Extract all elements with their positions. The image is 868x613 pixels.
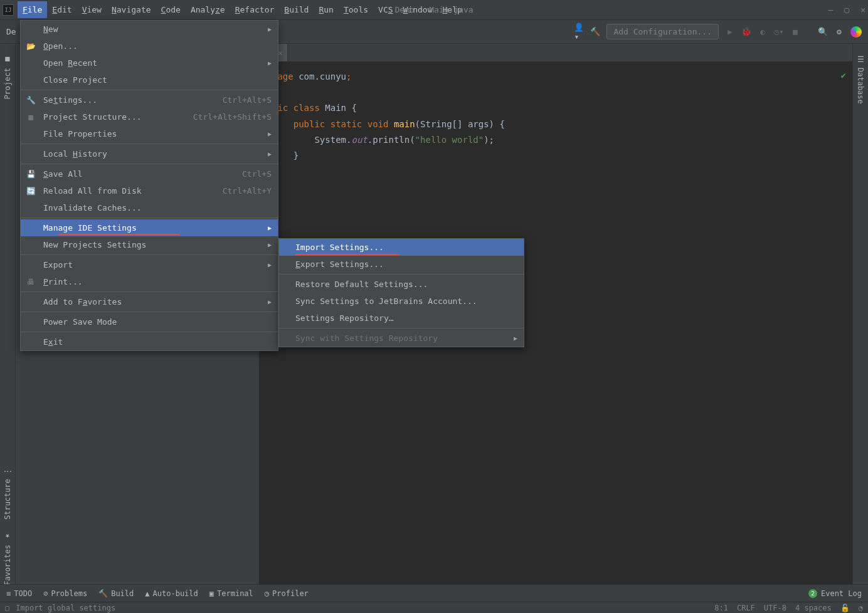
menubar: IJ FileEditViewNavigateCodeAnalyzeRefact… — [0, 0, 868, 20]
favorites-tab[interactable]: Favorites ★ — [1, 526, 14, 592]
editor-tabs: ava ✕ — [260, 44, 852, 61]
menu-code[interactable]: Code — [156, 1, 186, 18]
structure-icon: ⋮ — [3, 468, 12, 475]
cursor-position[interactable]: 8:1 — [714, 604, 728, 612]
encoding[interactable]: UTF-8 — [764, 604, 786, 612]
chevron-right-icon: ▶ — [268, 298, 272, 305]
coverage-icon[interactable]: ◐ — [758, 27, 768, 37]
menu-item-settings-[interactable]: 🔧Settings...Ctrl+Alt+S — [21, 92, 278, 108]
menu-item-save-all[interactable]: 💾Save AllCtrl+S — [21, 165, 278, 182]
wrench-icon: 🔧 — [26, 95, 36, 105]
menu-item-add-to-favorites[interactable]: Add to Favorites▶ — [21, 293, 278, 310]
database-icon: ☰ — [856, 55, 865, 64]
menu-item-new[interactable]: New▶ — [21, 21, 278, 38]
file-menu-dropdown: New▶📂Open...Open Recent▶Close Project🔧Se… — [20, 20, 278, 351]
structure-tab[interactable]: Structure ⋮ — [1, 461, 14, 526]
menu-item-open-[interactable]: 📂Open... — [21, 38, 278, 55]
breadcrumb: De — [6, 27, 16, 36]
menu-item-project-structure-[interactable]: ▦Project Structure...Ctrl+Alt+Shift+S — [21, 108, 278, 125]
structure-icon: ▦ — [26, 112, 36, 122]
settings-icon[interactable]: ⚙ — [834, 27, 844, 37]
reload-icon: 🔄 — [26, 186, 36, 196]
memory-icon[interactable]: ◔ — [859, 604, 863, 612]
menu-item-power-save-mode[interactable]: Power Save Mode — [21, 313, 278, 330]
menu-item-exit[interactable]: Exit — [21, 333, 278, 350]
close-tab-icon[interactable]: ✕ — [278, 49, 282, 57]
indent[interactable]: 4 spaces — [795, 604, 832, 612]
maximize-icon[interactable]: ▢ — [844, 5, 849, 14]
submenu-item-settings-repository-[interactable]: Settings Repository… — [279, 310, 524, 327]
folder-icon: ■ — [3, 55, 12, 64]
menu-tools[interactable]: Tools — [339, 1, 373, 18]
app-icon: IJ — [3, 4, 14, 16]
menu-analyze[interactable]: Analyze — [186, 1, 230, 18]
menu-navigate[interactable]: Navigate — [107, 1, 156, 18]
database-tab[interactable]: ☰ Database — [854, 49, 867, 110]
chevron-right-icon: ▶ — [268, 150, 272, 157]
menu-item-export[interactable]: Export▶ — [21, 256, 278, 273]
bottom-tab-problems[interactable]: ⊘Problems — [43, 589, 87, 598]
problems-icon: ⊘ — [43, 589, 48, 598]
bottom-tool-bar: ≡TODO⊘Problems🔨Build▲Auto-build▣Terminal… — [0, 584, 868, 602]
star-icon: ★ — [3, 532, 12, 541]
window-controls: — ▢ ✕ — [828, 5, 865, 14]
auto-build-icon: ▲ — [145, 589, 149, 598]
event-log-button[interactable]: Event Log — [821, 589, 862, 598]
chevron-right-icon: ▶ — [268, 261, 272, 268]
window-title: Demo - Main.java — [394, 5, 473, 14]
project-tab[interactable]: Project ■ — [1, 49, 14, 106]
menu-item-local-history[interactable]: Local History▶ — [21, 145, 278, 162]
menu-item-file-properties[interactable]: File Properties▶ — [21, 125, 278, 142]
menu-view[interactable]: View — [77, 1, 107, 18]
menu-item-new-projects-settings[interactable]: New Projects Settings▶ — [21, 236, 278, 253]
submenu-item-restore-default-settings-[interactable]: Restore Default Settings... — [279, 276, 524, 293]
submenu-item-sync-with-settings-repository: Sync with Settings Repository▶ — [279, 330, 524, 347]
chevron-right-icon: ▶ — [268, 60, 272, 66]
stop-icon[interactable]: ■ — [790, 27, 800, 37]
debug-icon[interactable]: 🐞 — [741, 27, 751, 37]
bottom-tab-auto-build[interactable]: ▲Auto-build — [145, 589, 198, 598]
menu-item-invalidate-caches-[interactable]: Invalidate Caches... — [21, 199, 278, 216]
menu-item-open-recent[interactable]: Open Recent▶ — [21, 55, 278, 71]
manage-ide-settings-submenu: Import Settings...Export Settings...Rest… — [278, 238, 524, 347]
window-icon[interactable]: ▢ — [5, 604, 9, 612]
jetbrains-logo-icon[interactable] — [850, 26, 862, 38]
todo-icon: ≡ — [6, 589, 11, 598]
menu-item-reload-all-from-disk[interactable]: 🔄Reload All from DiskCtrl+Alt+Y — [21, 182, 278, 199]
status-message: Import global settings — [16, 604, 115, 612]
submenu-item-import-settings-[interactable]: Import Settings... — [279, 239, 524, 256]
chevron-right-icon: ▶ — [514, 335, 517, 342]
menu-file[interactable]: File — [18, 1, 47, 18]
run-config-button[interactable]: Add Configuration... — [606, 24, 719, 39]
profile-icon[interactable]: ◷▾ — [774, 27, 784, 37]
inspection-ok-icon[interactable]: ✔ — [841, 68, 846, 83]
chevron-right-icon: ▶ — [268, 224, 272, 231]
bottom-tab-build[interactable]: 🔨Build — [98, 589, 134, 598]
close-icon[interactable]: ✕ — [860, 5, 865, 14]
menu-build[interactable]: Build — [279, 1, 314, 18]
submenu-item-sync-settings-to-jetbrains-account-[interactable]: Sync Settings to JetBrains Account... — [279, 293, 524, 310]
bottom-tab-todo[interactable]: ≡TODO — [6, 589, 32, 598]
menu-item-close-project[interactable]: Close Project — [21, 71, 278, 88]
save-icon: 💾 — [26, 169, 36, 179]
chevron-right-icon: ▶ — [268, 130, 272, 137]
bottom-tab-profiler[interactable]: ◷Profiler — [265, 589, 309, 598]
chevron-right-icon: ▶ — [268, 26, 272, 33]
run-icon[interactable]: ▶ — [725, 27, 735, 37]
terminal-icon: ▣ — [209, 589, 214, 598]
menu-edit[interactable]: Edit — [47, 1, 77, 18]
menu-run[interactable]: Run — [314, 1, 338, 18]
readonly-icon[interactable]: 🔓 — [840, 604, 850, 612]
bottom-tab-terminal[interactable]: ▣Terminal — [209, 589, 253, 598]
folder-icon: 📂 — [26, 41, 36, 51]
user-icon[interactable]: 👤▾ — [574, 27, 584, 37]
menu-item-print-[interactable]: 🖶Print... — [21, 273, 278, 290]
menu-item-manage-ide-settings[interactable]: Manage IDE Settings▶ — [21, 219, 278, 236]
line-separator[interactable]: CRLF — [737, 604, 755, 612]
search-icon[interactable]: 🔍 — [818, 27, 828, 37]
build-icon: 🔨 — [98, 589, 108, 598]
menu-refactor[interactable]: Refactor — [230, 1, 280, 18]
build-icon[interactable]: 🔨 — [590, 27, 600, 37]
minimize-icon[interactable]: — — [828, 5, 834, 14]
submenu-item-export-settings-[interactable]: Export Settings... — [279, 256, 524, 273]
